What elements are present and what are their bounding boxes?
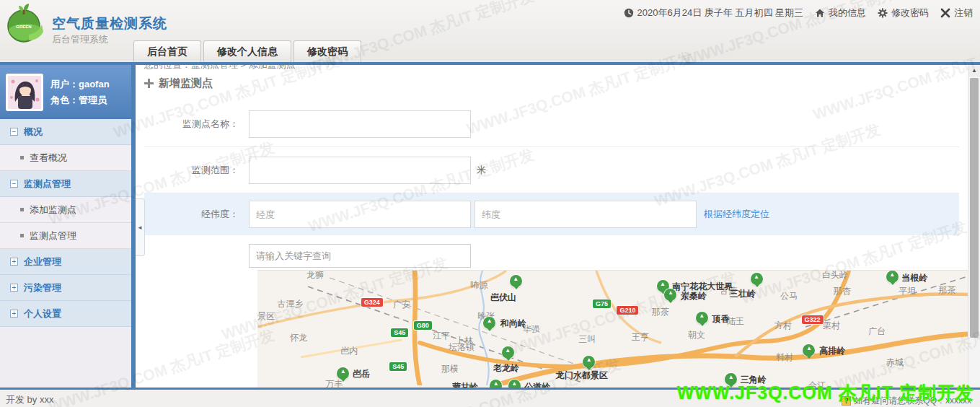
scrollbar-thumb[interactable] — [970, 78, 979, 338]
map-place-label: 那茶 — [939, 284, 956, 297]
section-title-text: 新增监测点 — [159, 76, 213, 90]
map-marker-icon[interactable] — [510, 275, 522, 287]
map-place-label: 岜岳 — [353, 368, 370, 380]
sidebar-item-site-management[interactable]: − 监测点管理 — [0, 171, 131, 197]
collapse-minus-icon: − — [10, 180, 18, 188]
sidebar-collapse-handle[interactable]: ◄ — [136, 198, 145, 256]
map-place-label: 方村 — [774, 320, 792, 332]
footer: 开发 by xxx — [0, 388, 980, 407]
datetime-group: 2020年6月24日 庚子年 五月初四 星期三 — [624, 6, 803, 19]
sidebar-item-manage-sites[interactable]: 监测点管理 — [0, 223, 131, 249]
map-place-label: 岜伏山 — [490, 292, 516, 304]
map-place-label: 高排岭 — [819, 345, 845, 357]
avatar — [6, 74, 43, 111]
collapse-minus-icon: − — [10, 128, 18, 136]
map-place-label: 咘源 — [470, 279, 487, 292]
name-label: 监测点名称： — [144, 118, 249, 131]
map-place-label: 陆王 — [727, 315, 744, 328]
map-place-label: 三叫 — [578, 333, 596, 346]
main-content: 您的位置：监测点管理 > 添加监测点 新增监测点 监测点名称： 监测范围： 米 … — [136, 65, 968, 388]
menu-label: 添加监测点 — [30, 197, 76, 222]
map-marker-icon[interactable] — [337, 367, 349, 380]
map-place-label: 老龙岭 — [493, 362, 519, 375]
map-marker-icon[interactable] — [502, 346, 514, 359]
map-place-label: 蒙甘岭 — [452, 381, 478, 388]
logout-link[interactable]: 注销 — [940, 6, 973, 19]
plus-icon — [144, 79, 154, 88]
map-place-label: 平坦 — [899, 285, 916, 297]
map-place-label: 顶香 — [712, 313, 729, 325]
change-password-link[interactable]: 修改密码 — [878, 6, 929, 19]
app-title: 空气质量检测系统 — [52, 14, 167, 33]
site-name-input[interactable] — [249, 110, 471, 138]
tab-change-password[interactable]: 修改密码 — [293, 40, 361, 62]
app-window: GREEN 空气质量检测系统 后台管理系统 2020年6月24日 庚子年 五月初… — [0, 0, 980, 407]
role: 管理员 — [79, 95, 107, 105]
map-marker-icon[interactable] — [490, 380, 502, 388]
help-contact: ? 如有疑问请您联系QQ：xxxxxx — [842, 395, 971, 407]
map-marker-icon[interactable] — [886, 271, 899, 283]
bullet-icon — [20, 156, 24, 159]
map-place-label: 景区 — [257, 310, 275, 323]
map-place-label: 合江 — [808, 380, 826, 388]
vertical-scrollbar[interactable]: ▲ — [968, 65, 980, 388]
map-place-label: 岽桑岭 — [681, 290, 707, 302]
question-icon: ? — [842, 396, 851, 406]
scrollbar-up-arrow[interactable]: ▲ — [968, 65, 980, 76]
map-place-label: 赤城 — [886, 356, 904, 369]
map-place-label: 那杏 — [834, 285, 851, 297]
menu-label: 监测点管理 — [30, 223, 76, 248]
map-place-label: 公道岭 — [524, 381, 550, 388]
sidebar: 用户：gaofan 角色：管理员 − 概况 查看概况 − 监测点管理 添加监测点… — [0, 65, 131, 388]
home-icon — [815, 8, 825, 18]
map-place-label: 和尚岭 — [500, 318, 526, 330]
sidebar-item-pollution[interactable]: + 污染管理 — [0, 275, 131, 301]
profile-link[interactable]: 我的信息 — [815, 6, 866, 19]
map-place-label: 龙狮 — [306, 270, 324, 281]
add-site-form: 监测点名称： 监测范围： 米 经伟度： 根据经纬度定位 — [144, 101, 959, 388]
clock-icon — [624, 8, 634, 18]
map-road-badge: G322 — [802, 315, 824, 324]
map-marker-icon[interactable] — [483, 317, 495, 329]
map-place-label: 那茶 — [652, 306, 669, 318]
longitude-input[interactable] — [249, 201, 471, 228]
map-marker-icon[interactable] — [751, 273, 763, 285]
map-marker-icon[interactable] — [725, 373, 737, 385]
map-place-label: 栗村 — [823, 320, 840, 332]
tab-edit-profile[interactable]: 修改个人信息 — [203, 40, 291, 62]
map-marker-icon[interactable] — [508, 380, 521, 388]
map-marker-icon[interactable] — [583, 356, 595, 368]
sidebar-item-overview[interactable]: − 概况 — [0, 119, 131, 145]
breadcrumb: 您的位置：监测点管理 > 添加监测点 — [144, 65, 296, 71]
sidebar-item-personal-settings[interactable]: + 个人设置 — [0, 301, 131, 327]
map-place-label: 公马 — [780, 290, 798, 302]
range-label: 监测范围： — [144, 164, 249, 177]
sidebar-item-add-site[interactable]: 添加监测点 — [0, 197, 131, 223]
expand-plus-icon: + — [10, 284, 18, 292]
map-canvas[interactable]: 龙狮古潭乡景区怀龙岜内万丰广安江平坛洛镇晚张上林那横咘源华强三叫古蒙公马那杏平坦… — [257, 270, 968, 388]
tab-backend-home[interactable]: 后台首页 — [133, 40, 201, 62]
map-keyword-search-input[interactable] — [249, 244, 471, 268]
menu-label: 概况 — [24, 119, 43, 144]
map-place-label: 料村 — [776, 351, 793, 364]
form-row-name: 监测点名称： — [144, 101, 959, 147]
bullet-icon — [20, 208, 24, 211]
map-place-label: 三角岭 — [741, 374, 767, 386]
map-road-badge: G324 — [361, 298, 383, 307]
map-place-label: 那横 — [441, 363, 459, 375]
map-place-label: 王亨 — [632, 331, 649, 343]
username: gaofan — [79, 79, 110, 89]
expand-plus-icon: + — [10, 310, 18, 318]
map-marker-icon[interactable] — [696, 312, 708, 324]
sidebar-item-view-overview[interactable]: 查看概况 — [0, 145, 131, 171]
sidebar-item-enterprise[interactable]: + 企业管理 — [0, 249, 131, 275]
map-place-label: 岜内 — [340, 345, 358, 357]
monitor-range-input[interactable] — [249, 157, 471, 184]
menu-label: 污染管理 — [24, 275, 61, 300]
locate-by-latlng-link[interactable]: 根据经纬度定位 — [704, 208, 769, 221]
map-road-badge: G80 — [414, 321, 432, 330]
menu-label: 监测点管理 — [24, 171, 71, 196]
map-road-badge: G75 — [593, 299, 611, 308]
latitude-input[interactable] — [474, 201, 697, 228]
header: GREEN 空气质量检测系统 后台管理系统 2020年6月24日 庚子年 五月初… — [0, 0, 980, 62]
